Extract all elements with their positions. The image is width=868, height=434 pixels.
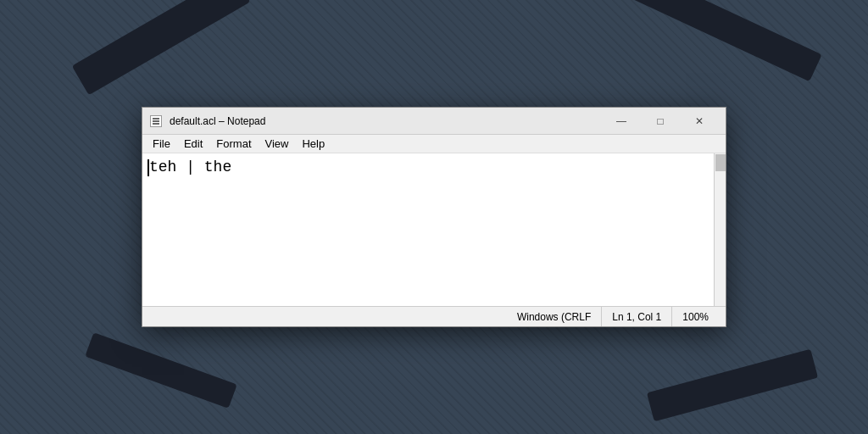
editor-content[interactable]: teh | the [142, 153, 714, 306]
menu-edit[interactable]: Edit [177, 136, 209, 152]
drone-arm [72, 0, 251, 95]
window-controls: — □ ✕ [602, 108, 719, 135]
close-button[interactable]: ✕ [680, 108, 719, 135]
notepad-icon [150, 115, 162, 127]
status-bar: Windows (CRLF Ln 1, Col 1 100% [142, 306, 726, 326]
menu-bar: File Edit Format View Help [142, 135, 726, 153]
drone-arm [85, 332, 236, 409]
menu-file[interactable]: File [146, 136, 177, 152]
title-bar: default.acl – Notepad — □ ✕ [142, 108, 726, 135]
scrollbar-thumb[interactable] [715, 154, 726, 171]
zoom-status: 100% [672, 307, 719, 326]
drone-arm [617, 0, 821, 81]
editor-text: teh | the [149, 157, 231, 178]
menu-format[interactable]: Format [209, 136, 258, 152]
editor-line: teh | the [147, 157, 709, 178]
menu-help[interactable]: Help [295, 136, 331, 152]
vertical-scrollbar[interactable] [714, 153, 726, 306]
minimize-button[interactable]: — [602, 108, 641, 135]
notepad-window: default.acl – Notepad — □ ✕ File Edit Fo… [142, 107, 726, 327]
editor-area: teh | the [142, 153, 726, 306]
maximize-button[interactable]: □ [641, 108, 680, 135]
position-status: Ln 1, Col 1 [602, 307, 672, 326]
window-title: default.acl – Notepad [170, 115, 602, 127]
app-icon [149, 114, 163, 128]
menu-view[interactable]: View [259, 136, 296, 152]
drone-arm [647, 349, 818, 422]
encoding-status: Windows (CRLF [507, 307, 602, 326]
